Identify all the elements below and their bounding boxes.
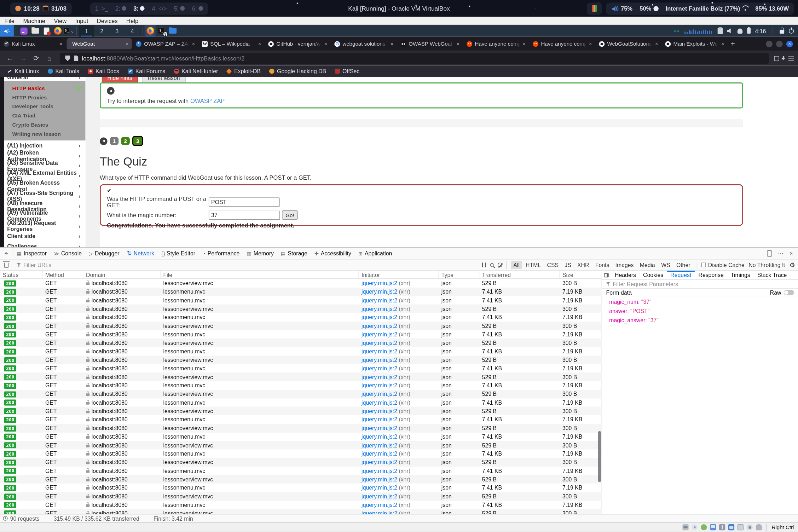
raw-toggle-switch-icon[interactable] (784, 290, 794, 295)
request-row[interactable]: 200 GET localhost:8080 lessonmenu.mvc jq… (0, 330, 602, 339)
request-row[interactable]: 200 GET localhost:8080 lessonoverview.mv… (0, 441, 602, 449)
devtools-tab[interactable]: Debugger (85, 248, 123, 259)
tracking-shield-icon[interactable] (65, 56, 70, 61)
workspace-button[interactable]: 1 (79, 25, 94, 37)
sidebar-category-item[interactable]: (A5) Broken Access Control› (4, 181, 86, 191)
menu-icon[interactable] (788, 56, 794, 60)
sidebar-lesson-item[interactable]: Writing new lesson (4, 129, 86, 138)
request-row[interactable]: 200 GET localhost:8080 lessonoverview.mv… (0, 424, 602, 432)
shared-folders-icon[interactable] (728, 524, 734, 530)
sidebar-category-item[interactable]: (A8) Insecure Deserialization› (4, 201, 86, 211)
launcher-file-manager[interactable] (29, 25, 41, 37)
disable-cache-checkbox[interactable]: Disable Cache (701, 262, 745, 268)
request-row[interactable]: 200 GET localhost:8080 lessonmenu.mvc jq… (0, 364, 602, 372)
launcher-text-editor[interactable] (41, 25, 52, 37)
initiator-link[interactable]: jquery.min.js:2 (362, 314, 397, 320)
go-button[interactable]: Go! (282, 210, 298, 220)
request-row[interactable]: 200 GET localhost:8080 lessonmenu.mvc jq… (0, 484, 602, 492)
request-row[interactable]: 200 GET localhost:8080 lessonoverview.mv… (0, 475, 602, 484)
menubar-item[interactable]: File (5, 18, 15, 24)
bookmark-item[interactable]: Kali Linux (7, 68, 39, 74)
table-scrollbar-thumb[interactable] (598, 431, 601, 482)
speaker-icon[interactable] (727, 28, 733, 33)
maximize-button[interactable] (776, 40, 783, 47)
audio-icon[interactable] (701, 524, 707, 530)
devtools-tab[interactable]: Console (50, 248, 85, 259)
tab-close-icon[interactable]: × (258, 41, 261, 47)
request-row[interactable]: 200 GET localhost:8080 lessonoverview.mv… (0, 373, 602, 381)
taskbar-clock[interactable]: 4:16 (755, 28, 766, 34)
page-number-button[interactable]: 3 (132, 136, 143, 146)
bookmark-item[interactable]: Exploit-DB (227, 68, 261, 74)
type-filter-pill[interactable]: All (511, 261, 522, 269)
initiator-link[interactable]: jquery.min.js:2 (362, 306, 397, 312)
request-row[interactable]: 200 GET localhost:8080 lessonmenu.mvc jq… (0, 415, 602, 424)
mouse-integration-icon[interactable] (756, 524, 762, 530)
reload-button[interactable]: ⟳ (30, 54, 42, 62)
request-panel-tab[interactable]: Timings (727, 271, 754, 280)
sidebar-category-item[interactable]: (A7) Cross-Site Scripting (XSS)› (4, 191, 86, 201)
initiator-link[interactable]: jquery.min.js:2 (362, 434, 397, 440)
menubar-item[interactable]: View (54, 18, 67, 24)
tab-close-icon[interactable]: × (324, 41, 327, 47)
pause-recording-icon[interactable] (482, 262, 486, 267)
menubar-item[interactable]: Help (126, 18, 138, 24)
tab-close-icon[interactable]: × (721, 41, 724, 47)
q2-input[interactable] (209, 210, 280, 220)
initiator-link[interactable]: jquery.min.js:2 (362, 357, 397, 363)
request-row[interactable]: 200 GET localhost:8080 lessonoverview.mv… (0, 339, 602, 347)
raw-toggle[interactable]: Raw (770, 290, 794, 296)
form-data-param[interactable]: magic_num: "37" (602, 297, 798, 306)
launcher-firefox[interactable] (52, 25, 63, 37)
initiator-link[interactable]: jquery.min.js:2 (362, 399, 397, 405)
devtools-tab[interactable]: Application (355, 248, 395, 259)
bookmark-item[interactable]: Kali NetHunter (174, 68, 218, 74)
devtools-tab[interactable]: Network (123, 248, 158, 259)
power-icon[interactable] (789, 28, 794, 33)
browser-tab[interactable]: WebGoatSolutions/S × (596, 38, 661, 50)
page-info-icon[interactable] (74, 56, 79, 61)
request-row[interactable]: 200 GET localhost:8080 lessonmenu.mvc jq… (0, 296, 602, 305)
pick-element-icon[interactable]: ⌖ (0, 250, 13, 257)
initiator-link[interactable]: jquery.min.js:2 (362, 323, 397, 329)
column-header-status[interactable]: Status (0, 271, 43, 278)
workspace-button[interactable]: 4 (125, 25, 140, 37)
tab-close-icon[interactable]: × (60, 41, 63, 47)
network-settings-gear-icon[interactable]: ⚙ (790, 261, 795, 268)
request-row[interactable]: 200 GET localhost:8080 lessonoverview.mv… (0, 407, 602, 415)
tab-close-icon[interactable]: × (655, 41, 658, 47)
usb-icon[interactable] (719, 524, 725, 530)
search-icon[interactable] (490, 263, 493, 267)
initiator-link[interactable]: jquery.min.js:2 (362, 451, 397, 457)
url-bar[interactable]: localhost:8080/WebGoat/start.mvc#lesson/… (60, 53, 769, 64)
sidebar-lesson-item[interactable]: CIA Triad (4, 111, 86, 120)
column-header-file[interactable]: File (161, 271, 359, 278)
initiator-link[interactable]: jquery.min.js:2 (362, 485, 397, 491)
forward-button[interactable]: → (17, 54, 29, 62)
hdd-icon[interactable] (683, 524, 689, 530)
sidebar-item-general[interactable]: General› (4, 77, 86, 81)
initiator-link[interactable]: jquery.min.js:2 (362, 382, 397, 388)
request-row[interactable]: 200 GET localhost:8080 lessonmenu.mvc jq… (0, 449, 602, 458)
kali-menu-button[interactable] (0, 25, 14, 37)
sidebar-category-item[interactable]: (A4) XML External Entities (XXE)› (4, 171, 86, 181)
type-filter-pill[interactable]: Fonts (593, 261, 612, 269)
clear-requests-icon[interactable] (4, 262, 9, 267)
initiator-link[interactable]: jquery.min.js:2 (362, 391, 397, 397)
browser-tab[interactable]: Kali Linux × (0, 38, 65, 50)
tab-close-icon[interactable]: × (523, 41, 526, 47)
display-icon[interactable] (738, 524, 744, 530)
request-panel-tab[interactable]: Request (667, 271, 695, 280)
column-header-method[interactable]: Method (43, 271, 83, 278)
home-button[interactable]: ⌂ (44, 54, 55, 62)
downloads-icon[interactable] (781, 56, 786, 61)
sidebar-lesson-item[interactable]: HTTP Basics (4, 83, 86, 93)
initiator-link[interactable]: jquery.min.js:2 (362, 502, 397, 508)
sidebar-lesson-item[interactable]: Crypto Basics (4, 120, 86, 129)
previous-page-arrow-icon[interactable]: ◀ (100, 137, 108, 145)
network-adapter-icon[interactable] (710, 524, 716, 530)
initiator-link[interactable]: jquery.min.js:2 (362, 416, 397, 422)
workspace-button[interactable]: 3 (109, 25, 125, 37)
initiator-link[interactable]: jquery.min.js:2 (362, 425, 397, 431)
url-text[interactable]: localhost:8080/WebGoat/start.mvc#lesson/… (82, 55, 245, 61)
